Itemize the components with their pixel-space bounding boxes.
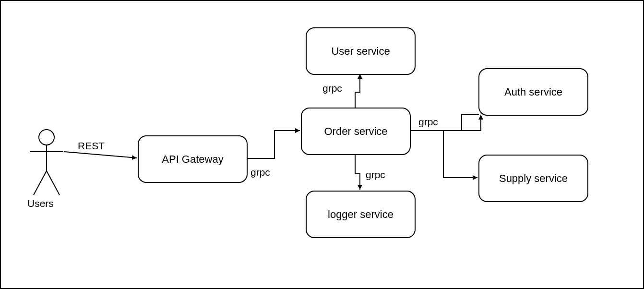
- svg-line-3: [34, 171, 47, 195]
- edge-order-logger: [355, 154, 360, 190]
- svg-point-0: [39, 130, 54, 145]
- edge-label-rest: REST: [78, 140, 105, 152]
- svg-line-4: [47, 171, 60, 195]
- node-logger-service: logger service: [306, 191, 416, 238]
- node-api-gateway: API Gateway: [138, 135, 248, 183]
- edge-order-supply: [443, 131, 477, 178]
- node-api-gateway-label: API Gateway: [162, 153, 223, 166]
- edge-label-grpc-auth: grpc: [418, 116, 438, 128]
- edge-order-user: [355, 74, 360, 108]
- edge-label-grpc-gateway: grpc: [250, 167, 270, 178]
- actor-users-label: Users: [27, 198, 54, 209]
- edge-gateway-order: [247, 131, 300, 158]
- diagram-frame: Users API Gateway Order service User ser…: [0, 0, 644, 289]
- node-supply-service-label: Supply service: [499, 172, 568, 185]
- node-order-service-label: Order service: [324, 125, 387, 138]
- node-supply-service: Supply service: [478, 155, 588, 202]
- edge-users-gateway: [64, 152, 137, 158]
- actor-users: [25, 128, 68, 206]
- edge-label-grpc-user: grpc: [322, 83, 342, 94]
- node-auth-service-label: Auth service: [504, 86, 562, 98]
- node-order-service: Order service: [301, 108, 411, 155]
- node-user-service: User service: [306, 27, 416, 75]
- node-user-service-label: User service: [331, 45, 390, 58]
- node-logger-service-label: logger service: [328, 208, 394, 221]
- edge-label-grpc-logger: grpc: [366, 169, 385, 181]
- node-auth-service: Auth service: [478, 68, 588, 116]
